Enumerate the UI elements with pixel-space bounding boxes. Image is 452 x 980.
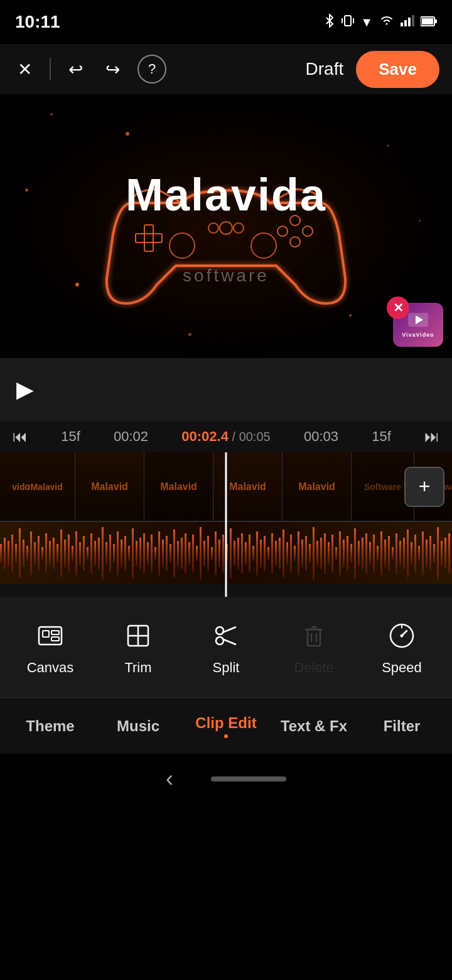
preview-area: Malavida software ✕ VivaVideo bbox=[0, 94, 452, 358]
svg-rect-123 bbox=[377, 546, 379, 561]
svg-rect-8 bbox=[422, 18, 433, 24]
nav-text-fx[interactable]: Text & Fx bbox=[270, 717, 358, 735]
back-button[interactable]: ‹ bbox=[166, 766, 173, 792]
svg-rect-100 bbox=[290, 535, 292, 572]
svg-rect-104 bbox=[305, 536, 307, 571]
svg-rect-72 bbox=[185, 533, 186, 574]
nav-filter-label: Filter bbox=[384, 717, 421, 735]
svg-rect-122 bbox=[373, 535, 375, 572]
svg-rect-58 bbox=[132, 528, 134, 579]
svg-point-162 bbox=[401, 634, 404, 638]
watermark[interactable]: ✕ VivaVideo bbox=[393, 303, 443, 347]
svg-rect-145 bbox=[51, 631, 59, 634]
svg-rect-102 bbox=[298, 531, 299, 575]
svg-rect-23 bbox=[0, 544, 2, 563]
help-button[interactable]: ? bbox=[137, 55, 166, 84]
svg-rect-24 bbox=[4, 538, 6, 569]
add-clip-button[interactable]: + bbox=[404, 467, 444, 507]
tool-trim[interactable]: Trim bbox=[107, 618, 170, 676]
timeline-start-button[interactable]: ⏮ bbox=[13, 428, 28, 445]
svg-rect-3 bbox=[401, 23, 403, 26]
svg-rect-129 bbox=[399, 541, 401, 566]
tool-split[interactable]: Split bbox=[195, 618, 257, 676]
svg-rect-73 bbox=[188, 542, 190, 565]
particle bbox=[75, 283, 79, 286]
close-button[interactable]: ✕ bbox=[13, 54, 37, 85]
nav-clip-edit[interactable]: Clip Edit bbox=[182, 714, 270, 738]
nav-theme[interactable]: Theme bbox=[6, 717, 94, 735]
trim-icon bbox=[121, 618, 156, 653]
film-frame: Malavid bbox=[144, 452, 213, 521]
timeline-current-display: 00:02 bbox=[181, 428, 217, 444]
svg-rect-68 bbox=[170, 544, 171, 563]
svg-rect-146 bbox=[51, 637, 59, 641]
timeline-frame-display: .4 bbox=[217, 428, 229, 444]
svg-rect-62 bbox=[147, 542, 149, 565]
nav-music[interactable]: Music bbox=[94, 717, 182, 735]
svg-rect-107 bbox=[316, 541, 318, 566]
svg-rect-109 bbox=[324, 533, 326, 574]
svg-point-12 bbox=[277, 226, 288, 236]
svg-rect-76 bbox=[200, 527, 202, 580]
svg-rect-88 bbox=[245, 542, 247, 565]
svg-rect-36 bbox=[49, 541, 51, 566]
toolbar-divider bbox=[50, 58, 51, 80]
svg-rect-140 bbox=[441, 541, 443, 566]
canvas-icon bbox=[33, 618, 68, 653]
svg-rect-25 bbox=[8, 541, 9, 566]
svg-rect-86 bbox=[237, 538, 239, 569]
timeline-end-button[interactable]: ⏭ bbox=[424, 428, 439, 445]
svg-point-16 bbox=[170, 233, 195, 258]
svg-rect-124 bbox=[380, 531, 382, 575]
battery-icon bbox=[421, 15, 437, 30]
svg-rect-81 bbox=[218, 540, 220, 567]
svg-rect-127 bbox=[392, 547, 394, 560]
svg-rect-132 bbox=[411, 542, 412, 565]
svg-rect-84 bbox=[230, 528, 232, 579]
tool-speed[interactable]: Speed bbox=[370, 618, 433, 676]
nav-text-fx-label: Text & Fx bbox=[281, 717, 347, 735]
nav-filter[interactable]: Filter bbox=[358, 717, 446, 735]
particle bbox=[25, 188, 28, 192]
canvas-label: Canvas bbox=[27, 660, 74, 676]
vibrate-icon bbox=[342, 14, 354, 31]
svg-rect-99 bbox=[286, 542, 288, 565]
status-time: 10:11 bbox=[15, 12, 60, 32]
svg-rect-108 bbox=[320, 538, 322, 569]
svg-rect-40 bbox=[64, 540, 66, 567]
svg-rect-89 bbox=[249, 535, 250, 572]
svg-rect-154 bbox=[308, 629, 320, 646]
preview-subtitle: software bbox=[183, 266, 269, 286]
play-button[interactable]: ▶ bbox=[10, 370, 40, 409]
tools-section: Canvas Trim Split bbox=[0, 597, 452, 697]
svg-rect-121 bbox=[369, 542, 371, 565]
tool-canvas[interactable]: Canvas bbox=[19, 618, 82, 676]
split-icon bbox=[208, 618, 244, 653]
svg-rect-45 bbox=[83, 536, 85, 571]
toolbar: ✕ ↩ ↪ ? Draft Save bbox=[0, 44, 452, 94]
svg-point-18 bbox=[208, 223, 218, 233]
nav-theme-label: Theme bbox=[26, 717, 74, 735]
save-button[interactable]: Save bbox=[356, 51, 439, 88]
redo-button[interactable]: ↪ bbox=[100, 54, 125, 85]
timeline-time-1: 00:02 bbox=[114, 428, 148, 445]
undo-button[interactable]: ↩ bbox=[63, 54, 88, 85]
svg-rect-10 bbox=[144, 225, 153, 251]
svg-point-17 bbox=[251, 233, 276, 258]
status-bar: 10:11 ▼ bbox=[0, 0, 452, 44]
svg-rect-94 bbox=[267, 547, 269, 560]
remove-watermark-button[interactable]: ✕ bbox=[387, 297, 409, 319]
svg-point-14 bbox=[290, 237, 300, 247]
toolbar-left: ✕ ↩ ↪ ? bbox=[13, 54, 166, 85]
svg-rect-71 bbox=[181, 538, 183, 569]
svg-rect-54 bbox=[117, 531, 119, 575]
playhead bbox=[225, 452, 227, 597]
svg-rect-96 bbox=[275, 541, 277, 566]
svg-rect-65 bbox=[158, 531, 160, 575]
home-pill[interactable] bbox=[211, 776, 286, 781]
svg-point-19 bbox=[220, 222, 232, 234]
film-frame: Malavid bbox=[282, 452, 352, 521]
svg-rect-34 bbox=[41, 547, 43, 560]
timeline-marker-15f-right: 15f bbox=[372, 428, 391, 445]
svg-rect-67 bbox=[166, 536, 168, 571]
